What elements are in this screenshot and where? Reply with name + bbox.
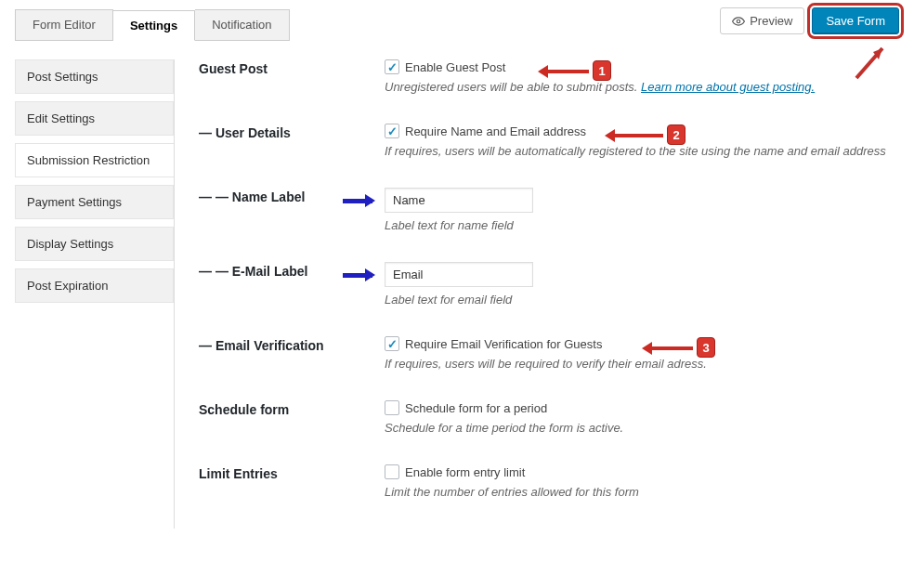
row-email-verification: — Email Verification Require Email Verif… <box>199 336 899 371</box>
annotation-arrow-save <box>847 41 894 83</box>
annotation-arrow-1 <box>541 70 589 73</box>
checkbox-email-verification[interactable] <box>385 336 399 351</box>
sidebar-item-submission-restriction[interactable]: Submission Restriction <box>15 143 174 177</box>
desc-guest-post: Unregistered users will be able to submi… <box>385 80 899 94</box>
sidebar-item-post-expiration[interactable]: Post Expiration <box>15 268 174 303</box>
input-name-label[interactable] <box>385 188 533 213</box>
annotation-arrow-3 <box>645 346 693 350</box>
row-user-details: — User Details Require Name and Email ad… <box>199 124 899 158</box>
link-learn-more-guest[interactable]: Learn more about guest posting. <box>641 80 815 94</box>
desc-email-label: Label text for email field <box>385 293 899 307</box>
label-schedule: Schedule form <box>199 400 385 417</box>
top-tabs: Form Editor Settings Notification <box>15 9 290 41</box>
annotation-arrow-2 <box>607 134 663 137</box>
check-label-email-verification: Require Email Verification for Guests <box>405 337 602 351</box>
preview-label: Preview <box>750 14 792 28</box>
row-schedule: Schedule form Schedule form for a period… <box>199 400 899 435</box>
checkbox-require-name-email[interactable] <box>385 124 399 138</box>
annotation-badge-1: 1 <box>593 60 611 81</box>
row-guest-post: Guest Post Enable Guest Post Unregistere… <box>199 59 899 94</box>
sidebar-item-payment-settings[interactable]: Payment Settings <box>15 185 174 219</box>
annotation-arrow-blue-2 <box>343 273 372 278</box>
sidebar-item-display-settings[interactable]: Display Settings <box>15 227 174 261</box>
annotation-arrow-blue-1 <box>343 199 372 203</box>
row-limit: Limit Entries Enable form entry limit Li… <box>199 464 899 499</box>
desc-schedule: Schedule for a time period the form is a… <box>385 421 899 435</box>
annotation-badge-2: 2 <box>667 124 686 145</box>
settings-main: Guest Post Enable Guest Post Unregistere… <box>175 59 899 529</box>
row-email-label: — — E-Mail Label Label text for email fi… <box>199 262 899 307</box>
desc-name-label: Label text for name field <box>385 218 899 232</box>
checkbox-limit[interactable] <box>385 464 399 479</box>
annotation-badge-3: 3 <box>697 337 715 358</box>
checkbox-schedule[interactable] <box>385 400 399 415</box>
check-label-user-details: Require Name and Email address <box>405 124 586 138</box>
tab-notification[interactable]: Notification <box>195 9 289 40</box>
checkbox-enable-guest-post[interactable] <box>385 59 399 74</box>
check-label-schedule: Schedule form for a period <box>405 401 547 415</box>
check-label-limit: Enable form entry limit <box>405 465 525 479</box>
preview-button[interactable]: Preview <box>720 7 804 34</box>
label-guest-post: Guest Post <box>199 59 385 76</box>
label-limit: Limit Entries <box>199 464 385 481</box>
input-email-label[interactable] <box>385 262 533 287</box>
check-label-guest-post: Enable Guest Post <box>405 60 505 74</box>
label-user-details: — User Details <box>199 124 385 140</box>
desc-email-verification: If requires, users will be required to v… <box>385 357 899 371</box>
tab-settings[interactable]: Settings <box>113 10 195 41</box>
tab-form-editor[interactable]: Form Editor <box>15 9 113 40</box>
sidebar-item-edit-settings[interactable]: Edit Settings <box>15 101 174 136</box>
svg-point-0 <box>737 20 740 23</box>
save-form-button[interactable]: Save Form <box>812 7 899 34</box>
sidebar-item-post-settings[interactable]: Post Settings <box>15 59 174 94</box>
eye-icon <box>732 15 745 28</box>
settings-sidebar: Post Settings Edit Settings Submission R… <box>15 59 175 529</box>
desc-limit: Limit the number of entries allowed for … <box>385 485 899 499</box>
label-email-verification: — Email Verification <box>199 336 385 353</box>
row-name-label: — — Name Label Label text for name field <box>199 188 899 232</box>
desc-user-details: If requires, users will be automatically… <box>385 144 899 158</box>
